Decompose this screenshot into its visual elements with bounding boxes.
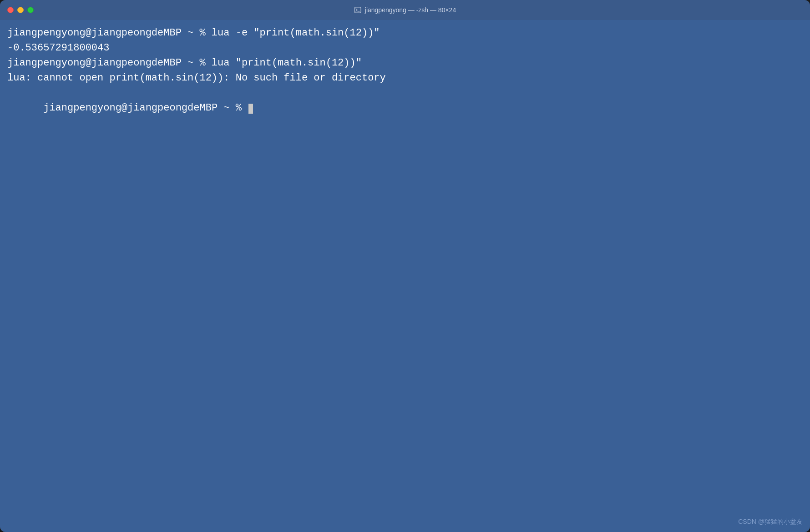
traffic-lights <box>7 7 34 13</box>
terminal-window: jiangpengyong — -zsh — 80×24 jiangpengyo… <box>0 0 810 532</box>
watermark: CSDN @猛猛的小盆友 <box>738 517 803 527</box>
terminal-line-5: jiangpengyong@jiangpeongdeMBP ~ % <box>7 85 803 130</box>
svg-rect-0 <box>354 7 361 13</box>
terminal-line-4: lua: cannot open print(math.sin(12)): No… <box>7 70 803 85</box>
close-button[interactable] <box>7 7 14 13</box>
terminal-line-1: jiangpengyong@jiangpeongdeMBP ~ % lua -e… <box>7 25 803 40</box>
minimize-button[interactable] <box>17 7 24 13</box>
cursor <box>248 104 253 114</box>
window-title: jiangpengyong — -zsh — 80×24 <box>354 6 456 14</box>
titlebar: jiangpengyong — -zsh — 80×24 <box>0 0 810 20</box>
terminal-line-2: -0.53657291800043 <box>7 40 803 55</box>
title-text: jiangpengyong — -zsh — 80×24 <box>365 6 456 14</box>
terminal-icon <box>354 6 361 14</box>
maximize-button[interactable] <box>27 7 34 13</box>
prompt-text: jiangpengyong@jiangpeongdeMBP ~ % <box>43 102 248 114</box>
terminal-line-3: jiangpengyong@jiangpeongdeMBP ~ % lua "p… <box>7 55 803 70</box>
terminal-body[interactable]: jiangpengyong@jiangpeongdeMBP ~ % lua -e… <box>0 20 810 532</box>
